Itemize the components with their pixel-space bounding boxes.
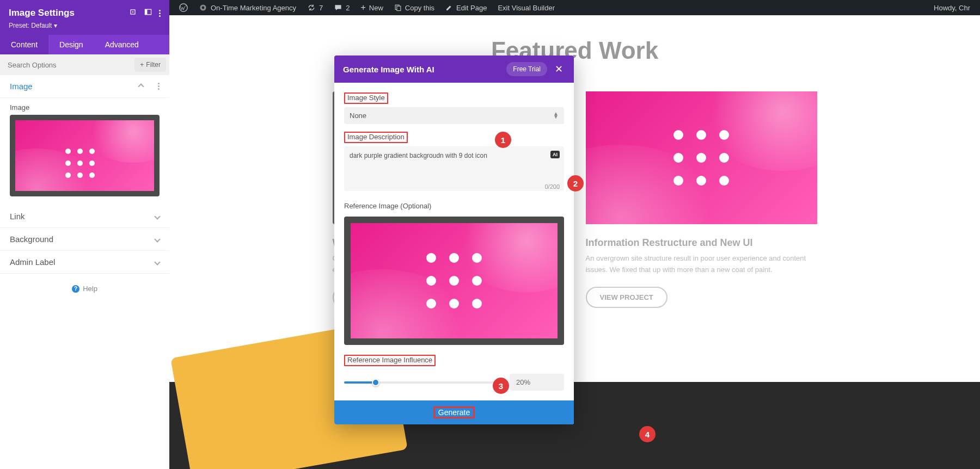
free-trial-badge[interactable]: Free Trial xyxy=(506,62,547,76)
generate-label: Generate xyxy=(433,406,475,418)
responsive-icon[interactable] xyxy=(128,8,137,18)
admin-bar-left: On-Time Marketing Agency 7 2 +New Copy t… xyxy=(174,0,560,15)
panel-title: Image Settings xyxy=(9,8,75,18)
reference-influence-label: Reference Image Influence xyxy=(344,355,436,366)
howdy-menu[interactable]: Howdy, Chr xyxy=(928,0,976,15)
section-image-header[interactable]: Image xyxy=(0,75,169,98)
section-link-title: Link xyxy=(10,212,25,221)
updates-count: 7 xyxy=(319,4,323,12)
kebab-menu-icon[interactable] xyxy=(159,10,161,17)
wp-admin-bar: On-Time Marketing Agency 7 2 +New Copy t… xyxy=(169,0,980,15)
edit-label: Edit Page xyxy=(456,4,487,12)
section-image-body: Image xyxy=(0,98,169,205)
annotation-badge-2: 2 xyxy=(567,175,584,192)
copy-label: Copy this xyxy=(405,4,434,12)
plus-icon: + xyxy=(140,61,144,69)
annotation-badge-1: 1 xyxy=(495,132,511,148)
copy-icon xyxy=(394,4,402,11)
image-field-label: Image xyxy=(10,103,160,112)
image-style-label: Image Style xyxy=(344,92,388,104)
slider-thumb[interactable] xyxy=(372,379,379,386)
filter-label: Filter xyxy=(146,61,161,69)
tab-advanced[interactable]: Advanced xyxy=(94,35,150,54)
plus-icon: + xyxy=(361,3,366,13)
work-card-image[interactable] xyxy=(586,91,817,224)
reference-image-label: Reference Image (Optional) xyxy=(344,202,431,210)
generate-button[interactable]: Generate xyxy=(334,400,574,424)
new-label: New xyxy=(369,4,383,12)
image-thumbnail[interactable] xyxy=(10,115,160,196)
ai-badge[interactable]: AI xyxy=(550,151,560,158)
chevron-down-icon xyxy=(154,259,160,265)
updates-menu[interactable]: 7 xyxy=(302,0,328,15)
slider-fill xyxy=(344,381,376,384)
pencil-icon xyxy=(445,4,453,11)
page-heading: Featured Work xyxy=(169,37,980,64)
exit-label: Exit Visual Builder xyxy=(498,4,555,12)
reference-image-preview[interactable] xyxy=(344,217,564,345)
work-grid: Website Redesign Curabitur placerat leo … xyxy=(169,91,980,308)
comments-menu[interactable]: 2 xyxy=(328,0,355,15)
site-name-menu[interactable]: On-Time Marketing Agency xyxy=(193,0,302,15)
modal-header: Generate Image With AI Free Trial ✕ xyxy=(334,55,574,83)
new-menu[interactable]: +New xyxy=(356,0,389,15)
char-count: 0/200 xyxy=(544,183,560,190)
filter-button[interactable]: +Filter xyxy=(134,58,166,72)
help-link[interactable]: ? Help xyxy=(0,274,169,304)
work-card: Information Restructure and New UI An ov… xyxy=(586,91,817,308)
tab-design[interactable]: Design xyxy=(48,35,94,54)
chevron-down-icon xyxy=(154,236,160,242)
copy-menu[interactable]: Copy this xyxy=(389,0,440,15)
work-image-preview xyxy=(586,91,817,224)
view-project-button[interactable]: VIEW PROJECT xyxy=(586,287,667,308)
work-card-desc: An overgrown site structure result in po… xyxy=(586,253,817,276)
influence-slider[interactable] xyxy=(344,381,501,384)
select-chevron-icon: ▲▼ xyxy=(553,112,559,118)
section-image-title: Image xyxy=(10,82,33,91)
annotation-badge-3: 3 xyxy=(493,378,509,394)
dock-icon[interactable] xyxy=(144,8,152,18)
howdy-label: Howdy, Chr xyxy=(934,4,970,12)
section-link-header[interactable]: Link xyxy=(0,205,169,228)
generate-image-modal: Generate Image With AI Free Trial ✕ Imag… xyxy=(334,55,574,424)
svg-point-2 xyxy=(202,7,205,9)
svg-point-6 xyxy=(132,11,133,13)
annotation-badge-4: 4 xyxy=(639,426,656,442)
site-name-label: On-Time Marketing Agency xyxy=(211,4,296,12)
image-description-input[interactable] xyxy=(344,146,564,191)
chevron-up-icon xyxy=(138,83,144,89)
kebab-icon[interactable] xyxy=(158,83,160,90)
preset-label[interactable]: Preset: Default ▾ xyxy=(9,22,161,29)
modal-title: Generate Image With AI xyxy=(343,65,434,74)
search-row: +Filter xyxy=(0,54,169,75)
image-description-label: Image Description xyxy=(344,132,408,143)
section-background-title: Background xyxy=(10,234,53,244)
help-label: Help xyxy=(83,285,97,293)
section-adminlabel-title: Admin Label xyxy=(10,257,55,267)
exit-visual-builder[interactable]: Exit Visual Builder xyxy=(492,0,560,15)
page-canvas: Featured Work Website Redesign Curabitur… xyxy=(169,15,980,469)
comments-count: 2 xyxy=(346,4,350,12)
reference-image xyxy=(351,223,558,338)
thumbnail-preview xyxy=(15,120,154,191)
section-adminlabel-header[interactable]: Admin Label xyxy=(0,251,169,274)
refresh-icon xyxy=(307,3,316,12)
chevron-down-icon xyxy=(154,213,160,219)
tab-content[interactable]: Content xyxy=(0,35,48,54)
help-icon: ? xyxy=(72,285,79,293)
svg-rect-4 xyxy=(397,6,401,10)
edit-page-menu[interactable]: Edit Page xyxy=(440,0,492,15)
influence-value[interactable]: 20% xyxy=(510,374,564,391)
image-style-select[interactable]: None xyxy=(344,107,564,124)
comment-icon xyxy=(334,3,342,12)
module-settings-panel: Image Settings Preset: Default ▾ Content… xyxy=(0,0,169,469)
settings-tabs: Content Design Advanced xyxy=(0,35,169,54)
wp-logo-menu[interactable] xyxy=(174,0,193,15)
work-card-title: Information Restructure and New UI xyxy=(586,237,817,249)
close-icon[interactable]: ✕ xyxy=(553,63,565,75)
modal-body: Image Style None ▲▼ Image Description AI… xyxy=(334,83,574,391)
section-background-header[interactable]: Background xyxy=(0,228,169,251)
search-options-input[interactable] xyxy=(0,55,131,75)
influence-slider-row: 20% xyxy=(344,374,564,391)
panel-header: Image Settings Preset: Default ▾ xyxy=(0,0,169,35)
